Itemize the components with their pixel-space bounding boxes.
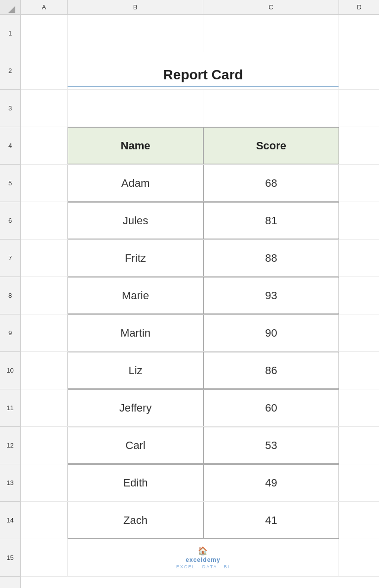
grid-row-15: 🏠 exceldemy EXCEL · DATA · BI [21,539,379,577]
row-num-3[interactable]: 3 [0,90,20,127]
row-num-13[interactable]: 13 [0,464,20,502]
col-header-c[interactable]: C [203,0,339,14]
cell-a5[interactable] [21,165,68,202]
cell-b14[interactable]: Zach [68,502,203,539]
row-num-9[interactable]: 9 [0,314,20,352]
cell-d13[interactable] [339,464,379,501]
corner-triangle-icon [8,6,15,13]
row-num-12[interactable]: 12 [0,427,20,464]
row-num-4[interactable]: 4 [0,127,20,165]
cell-a14[interactable] [21,502,68,539]
grid-row-11: Jeffery 60 [21,389,379,427]
cell-a9[interactable] [21,314,68,351]
cell-d5[interactable] [339,165,379,202]
cell-d11[interactable] [339,389,379,426]
cell-b13[interactable]: Edith [68,464,203,501]
cell-d7[interactable] [339,240,379,277]
cell-c13[interactable]: 49 [203,464,339,501]
cell-c4-header[interactable]: Score [203,127,339,164]
cell-a12[interactable] [21,427,68,464]
row-num-6[interactable]: 6 [0,202,20,240]
row-num-7[interactable]: 7 [0,240,20,277]
cell-b4-header[interactable]: Name [68,127,203,164]
cell-c3[interactable] [203,90,339,127]
cell-b12[interactable]: Carl [68,427,203,464]
cell-c5[interactable]: 68 [203,165,339,202]
cell-a13[interactable] [21,464,68,501]
grid-row-2: Report Card [21,52,379,90]
cell-c1[interactable] [203,15,339,52]
cell-d2[interactable] [339,52,379,89]
cell-d12[interactable] [339,427,379,464]
cell-a1[interactable] [21,15,68,52]
col-header-d[interactable]: D [339,0,379,14]
cell-a11[interactable] [21,389,68,426]
cell-d10[interactable] [339,352,379,389]
cell-a3[interactable] [21,90,68,127]
cell-b6[interactable]: Jules [68,202,203,239]
cell-d9[interactable] [339,314,379,351]
grid-row-9: Martin 90 [21,314,379,352]
cell-b9[interactable]: Martin [68,314,203,351]
cell-b8[interactable]: Marie [68,277,203,314]
row-num-2[interactable]: 2 [0,52,20,90]
row-num-14[interactable]: 14 [0,502,20,539]
grid-row-14: Zach 41 [21,502,379,539]
cell-c12[interactable]: 53 [203,427,339,464]
cell-b1[interactable] [68,15,203,52]
cell-b11[interactable]: Jeffery [68,389,203,426]
cell-c6[interactable]: 81 [203,202,339,239]
corner-cell [0,0,20,15]
grid-row-13: Edith 49 [21,464,379,502]
cell-d15[interactable] [339,539,379,576]
cell-c8[interactable]: 93 [203,277,339,314]
cell-b3[interactable] [68,90,203,127]
cell-a8[interactable] [21,277,68,314]
title-underline [68,86,339,87]
cell-a15[interactable] [21,539,68,576]
cell-d3[interactable] [339,90,379,127]
cell-d4[interactable] [339,127,379,164]
cell-a4[interactable] [21,127,68,164]
cell-b7[interactable]: Fritz [68,240,203,277]
row-num-8[interactable]: 8 [0,277,20,314]
row-numbers-column: 1 2 3 4 5 6 7 8 9 10 11 12 13 14 15 [0,0,21,588]
cell-b2-merged[interactable]: Report Card [68,52,339,89]
report-card-title: Report Card [163,67,243,83]
cell-c11[interactable]: 60 [203,389,339,426]
cell-a2[interactable] [21,52,68,89]
cell-d8[interactable] [339,277,379,314]
cell-c10[interactable]: 86 [203,352,339,389]
grid-row-5: Adam 68 [21,165,379,202]
grid-row-4: Name Score [21,127,379,165]
cell-d1[interactable] [339,15,379,52]
cell-b15-watermark: 🏠 exceldemy EXCEL · DATA · BI [68,539,339,576]
cell-c9[interactable]: 90 [203,314,339,351]
watermark: 🏠 exceldemy EXCEL · DATA · BI [176,546,230,569]
grid-row-10: Liz 86 [21,352,379,389]
cell-c14[interactable]: 41 [203,502,339,539]
row-num-5[interactable]: 5 [0,165,20,202]
col-header-b[interactable]: B [68,0,203,14]
grid-row-3 [21,90,379,127]
spreadsheet: 1 2 3 4 5 6 7 8 9 10 11 12 13 14 15 A B [0,0,379,588]
grid-row-1 [21,15,379,52]
grid-row-6: Jules 81 [21,202,379,240]
column-headers: A B C D [21,0,379,15]
cell-b10[interactable]: Liz [68,352,203,389]
grid-row-12: Carl 53 [21,427,379,464]
grid-row-8: Marie 93 [21,277,379,314]
row-num-15[interactable]: 15 [0,539,20,577]
row-num-11[interactable]: 11 [0,389,20,427]
cell-a10[interactable] [21,352,68,389]
cell-d6[interactable] [339,202,379,239]
cell-a6[interactable] [21,202,68,239]
row-num-1[interactable]: 1 [0,15,20,52]
cell-c7[interactable]: 88 [203,240,339,277]
cell-b5[interactable]: Adam [68,165,203,202]
watermark-house-icon: 🏠 [198,546,208,555]
row-num-10[interactable]: 10 [0,352,20,389]
cell-d14[interactable] [339,502,379,539]
col-header-a[interactable]: A [21,0,68,14]
cell-a7[interactable] [21,240,68,277]
